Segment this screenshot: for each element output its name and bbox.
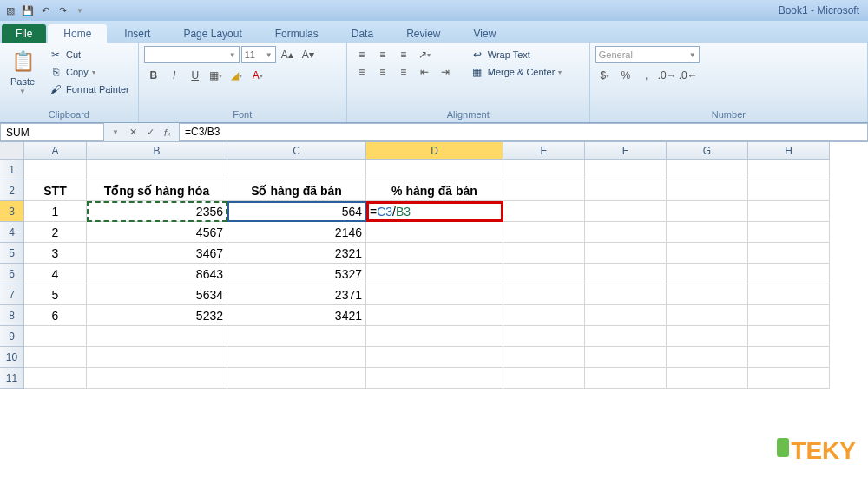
comma-format-icon[interactable]: , (637, 67, 656, 84)
cell-E4[interactable] (503, 222, 585, 243)
cell-D10[interactable] (366, 347, 503, 368)
cell-H4[interactable] (748, 222, 830, 243)
cell-D11[interactable] (366, 368, 503, 389)
cancel-formula-icon[interactable]: ✕ (125, 125, 141, 140)
row-header-2[interactable]: 2 (0, 180, 24, 201)
row-header-10[interactable]: 10 (0, 347, 24, 368)
cell-E7[interactable] (503, 284, 585, 305)
cell-F5[interactable] (585, 243, 667, 264)
decrease-indent-icon[interactable]: ⇤ (415, 63, 434, 81)
cell-H10[interactable] (748, 347, 830, 368)
increase-indent-icon[interactable]: ⇥ (436, 63, 455, 81)
save-icon[interactable]: 💾 (21, 3, 35, 17)
cell-A9[interactable] (24, 326, 87, 347)
cell-E1[interactable] (503, 160, 585, 180)
increase-decimal-icon[interactable]: .0→ (658, 67, 677, 84)
cell-A2[interactable]: STT (24, 180, 87, 201)
row-header-8[interactable]: 8 (0, 305, 24, 326)
align-right-icon[interactable]: ≡ (394, 63, 413, 81)
font-size-combo[interactable]: 11▼ (241, 46, 276, 63)
cell-A7[interactable]: 5 (24, 284, 87, 305)
orientation-icon[interactable]: ↗▾ (415, 46, 434, 63)
name-box-dropdown-icon[interactable]: ▼ (108, 125, 123, 140)
cell-C10[interactable] (227, 347, 366, 368)
align-center-icon[interactable]: ≡ (373, 63, 392, 81)
italic-button[interactable]: I (165, 67, 184, 84)
cell-G4[interactable] (667, 222, 748, 243)
cell-H3[interactable] (748, 201, 830, 222)
fill-color-button[interactable]: ◢▾ (227, 67, 247, 84)
qat-dropdown-icon[interactable]: ▼ (73, 3, 87, 17)
cell-D9[interactable] (366, 326, 503, 347)
cell-C6[interactable]: 5327 (227, 264, 366, 284)
tab-page-layout[interactable]: Page Layout (168, 24, 257, 43)
cell-B6[interactable]: 8643 (87, 264, 227, 284)
cell-B1[interactable] (87, 160, 227, 180)
fx-icon[interactable]: fₓ (160, 125, 175, 140)
cell-F10[interactable] (585, 347, 667, 368)
name-box[interactable] (0, 123, 104, 141)
cell-E10[interactable] (503, 347, 585, 368)
cell-C11[interactable] (227, 368, 366, 389)
row-header-6[interactable]: 6 (0, 264, 24, 284)
cell-A3[interactable]: 1 (24, 201, 87, 222)
cell-A4[interactable]: 2 (24, 222, 87, 243)
col-header-B[interactable]: B (87, 142, 227, 160)
cell-H6[interactable] (748, 264, 830, 284)
cell-D8[interactable] (366, 305, 503, 326)
cell-D4[interactable] (366, 222, 503, 243)
cell-F8[interactable] (585, 305, 667, 326)
cell-H1[interactable] (748, 160, 830, 180)
merge-center-button[interactable]: ▦Merge & Center▾ (467, 63, 566, 81)
cell-C2[interactable]: Số hàng đã bán (227, 180, 366, 201)
font-color-button[interactable]: A▾ (248, 67, 267, 84)
percent-format-icon[interactable]: % (616, 67, 635, 84)
col-header-G[interactable]: G (667, 142, 748, 160)
tab-insert[interactable]: Insert (108, 24, 166, 43)
cell-B5[interactable]: 3467 (87, 243, 227, 264)
cell-E5[interactable] (503, 243, 585, 264)
cell-C4[interactable]: 2146 (227, 222, 366, 243)
decrease-decimal-icon[interactable]: .0← (679, 67, 698, 84)
increase-font-icon[interactable]: A▴ (278, 46, 297, 63)
cell-G10[interactable] (667, 347, 748, 368)
bold-button[interactable]: B (144, 67, 163, 84)
cell-D2[interactable]: % hàng đã bán (366, 180, 503, 201)
cut-button[interactable]: ✂Cut (45, 46, 133, 63)
cell-C7[interactable]: 2371 (227, 284, 366, 305)
redo-icon[interactable]: ↷ (56, 3, 69, 17)
cell-H8[interactable] (748, 305, 830, 326)
cell-A1[interactable] (24, 160, 87, 180)
row-header-11[interactable]: 11 (0, 368, 24, 389)
row-header-4[interactable]: 4 (0, 222, 24, 243)
cell-H2[interactable] (748, 180, 830, 201)
col-header-A[interactable]: A (24, 142, 87, 160)
col-header-C[interactable]: C (227, 142, 366, 160)
col-header-D[interactable]: D (366, 142, 503, 160)
cell-G6[interactable] (667, 264, 748, 284)
copy-button[interactable]: ⎘Copy▾ (45, 63, 133, 81)
align-bottom-icon[interactable]: ≡ (394, 46, 413, 63)
row-header-3[interactable]: 3 (0, 201, 24, 222)
row-header-7[interactable]: 7 (0, 284, 24, 305)
cell-F2[interactable] (585, 180, 667, 201)
cell-C1[interactable] (227, 160, 366, 180)
wrap-text-button[interactable]: ↩Wrap Text (467, 46, 566, 63)
cell-B9[interactable] (87, 326, 227, 347)
font-name-combo[interactable]: ▼ (144, 46, 240, 63)
cell-D6[interactable] (366, 264, 503, 284)
cell-F9[interactable] (585, 326, 667, 347)
cell-grid[interactable]: STT Tổng số hàng hóa Số hàng đã bán % hà… (24, 160, 868, 389)
col-header-E[interactable]: E (503, 142, 585, 160)
cell-H5[interactable] (748, 243, 830, 264)
cell-D7[interactable] (366, 284, 503, 305)
cell-C3[interactable]: 564 (227, 201, 366, 222)
cell-G3[interactable] (667, 201, 748, 222)
cell-E6[interactable] (503, 264, 585, 284)
border-button[interactable]: ▦▾ (207, 67, 226, 84)
cell-G8[interactable] (667, 305, 748, 326)
cell-B4[interactable]: 4567 (87, 222, 227, 243)
cell-H7[interactable] (748, 284, 830, 305)
number-format-combo[interactable]: General▼ (595, 46, 700, 63)
tab-data[interactable]: Data (336, 24, 389, 43)
